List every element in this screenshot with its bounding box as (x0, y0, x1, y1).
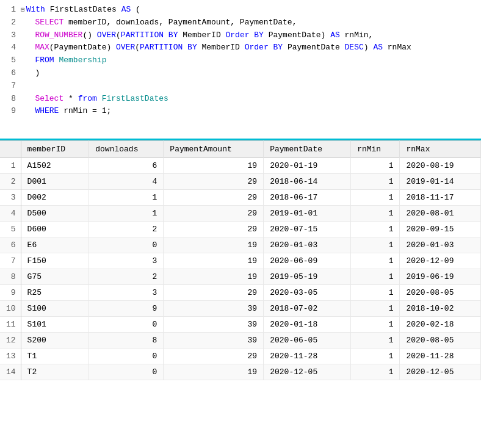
cell-paymentamount: 19 (164, 364, 264, 380)
cell-paymentamount: 39 (164, 301, 264, 317)
table-row: 5 D600 2 29 2020-07-15 1 2020-09-15 (0, 222, 481, 237)
cell-memberid: G75 (21, 269, 89, 285)
cell-rnmin: 1 (351, 301, 400, 317)
cell-rownum: 1 (0, 158, 21, 174)
table-row: 6 E6 0 19 2020-01-03 1 2020-01-03 (0, 237, 481, 253)
cell-downloads: 0 (89, 349, 164, 364)
cell-downloads: 3 (89, 253, 164, 269)
code-line-2: 2 SELECT memberID, downloads, PaymentAmo… (0, 16, 481, 29)
cell-rnmax: 2020-11-28 (400, 349, 481, 364)
col-header-rnmin: rnMin (351, 141, 400, 158)
cell-rnmin: 1 (351, 285, 400, 301)
cell-memberid: A1502 (21, 158, 89, 174)
table-row: 14 T2 0 19 2020-12-05 1 2020-12-05 (0, 364, 481, 380)
cell-paymentamount: 19 (164, 269, 264, 285)
cell-paymentamount: 19 (164, 158, 264, 174)
cell-paymentdate: 2018-06-14 (264, 174, 351, 190)
cell-rnmin: 1 (351, 158, 400, 174)
cell-memberid: T1 (21, 349, 89, 364)
cell-paymentamount: 19 (164, 237, 264, 253)
cell-downloads: 6 (89, 158, 164, 174)
col-header-downloads: downloads (89, 141, 164, 158)
cell-paymentdate: 2019-05-19 (264, 269, 351, 285)
cell-downloads: 4 (89, 174, 164, 190)
cell-downloads: 1 (89, 190, 164, 206)
table-row: 7 F150 3 19 2020-06-09 1 2020-12-09 (0, 253, 481, 269)
cell-downloads: 0 (89, 237, 164, 253)
code-line-4: 4 MAX(PaymentDate) OVER(PARTITION BY Mem… (0, 42, 481, 54)
cell-rownum: 10 (0, 301, 21, 317)
table-row: 11 S101 0 39 2020-01-18 1 2020-02-18 (0, 317, 481, 333)
cell-paymentdate: 2019-01-01 (264, 206, 351, 222)
cell-paymentdate: 2020-06-05 (264, 333, 351, 349)
code-line-3: 3 ROW_NUMBER() OVER(PARTITION BY MemberI… (0, 29, 481, 42)
cell-downloads: 0 (89, 317, 164, 333)
cell-rnmax: 2020-09-15 (400, 222, 481, 237)
cell-memberid: D500 (21, 206, 89, 222)
cell-rownum: 9 (0, 285, 21, 301)
cell-rownum: 3 (0, 190, 21, 206)
cell-downloads: 2 (89, 269, 164, 285)
cell-rnmax: 2020-12-09 (400, 253, 481, 269)
table-row: 10 S100 9 39 2018-07-02 1 2018-10-02 (0, 301, 481, 317)
sql-editor[interactable]: 1 ⊟With FirstLastDates AS ( 2 SELECT mem… (0, 0, 481, 140)
cell-rownum: 7 (0, 253, 21, 269)
cell-paymentamount: 29 (164, 285, 264, 301)
cell-memberid: R25 (21, 285, 89, 301)
cell-paymentdate: 2020-01-19 (264, 158, 351, 174)
cell-rnmax: 2019-06-19 (400, 269, 481, 285)
cell-memberid: D001 (21, 174, 89, 190)
cell-paymentdate: 2018-06-17 (264, 190, 351, 206)
col-header-rnmax: rnMax (400, 141, 481, 158)
col-header-paymentamount: PaymentAmount (164, 141, 264, 158)
cell-paymentdate: 2020-01-18 (264, 317, 351, 333)
code-line-7: 7 (0, 80, 481, 93)
cell-memberid: E6 (21, 237, 89, 253)
cell-paymentamount: 19 (164, 253, 264, 269)
table-row: 8 G75 2 19 2019-05-19 1 2019-06-19 (0, 269, 481, 285)
cell-rnmax: 2020-08-01 (400, 206, 481, 222)
cell-paymentdate: 2018-07-02 (264, 301, 351, 317)
table-row: 4 D500 1 29 2019-01-01 1 2020-08-01 (0, 206, 481, 222)
cell-rownum: 12 (0, 333, 21, 349)
cell-downloads: 3 (89, 285, 164, 301)
cell-rownum: 8 (0, 269, 21, 285)
table-row: 3 D002 1 29 2018-06-17 1 2018-11-17 (0, 190, 481, 206)
cell-rnmin: 1 (351, 237, 400, 253)
cell-rnmax: 2020-08-19 (400, 158, 481, 174)
code-line-8: 8 Select * from FirstLastDates (0, 93, 481, 106)
cell-paymentamount: 29 (164, 190, 264, 206)
cell-rownum: 5 (0, 222, 21, 237)
cell-downloads: 2 (89, 222, 164, 237)
cell-rnmin: 1 (351, 364, 400, 380)
cell-rnmax: 2018-11-17 (400, 190, 481, 206)
cell-rnmin: 1 (351, 317, 400, 333)
code-line-1: 1 ⊟With FirstLastDates AS ( (0, 4, 481, 16)
cell-rnmax: 2018-10-02 (400, 301, 481, 317)
table-header-row: memberID downloads PaymentAmount Payment… (0, 141, 481, 158)
cell-paymentdate: 2020-07-15 (264, 222, 351, 237)
cell-memberid: S101 (21, 317, 89, 333)
cell-rownum: 2 (0, 174, 21, 190)
cell-memberid: S200 (21, 333, 89, 349)
cell-rnmin: 1 (351, 253, 400, 269)
cell-rnmax: 2020-02-18 (400, 317, 481, 333)
table-row: 13 T1 0 29 2020-11-28 1 2020-11-28 (0, 349, 481, 364)
col-header-rownum (0, 141, 21, 158)
cell-paymentamount: 39 (164, 317, 264, 333)
cell-downloads: 1 (89, 206, 164, 222)
cell-downloads: 0 (89, 364, 164, 380)
cell-rnmax: 2020-08-05 (400, 285, 481, 301)
cell-rnmin: 1 (351, 222, 400, 237)
cell-paymentamount: 29 (164, 206, 264, 222)
cell-memberid: D600 (21, 222, 89, 237)
cell-paymentamount: 29 (164, 349, 264, 364)
cell-rownum: 6 (0, 237, 21, 253)
cell-memberid: D002 (21, 190, 89, 206)
col-header-paymentdate: PaymentDate (264, 141, 351, 158)
cell-paymentdate: 2020-11-28 (264, 349, 351, 364)
cell-paymentamount: 39 (164, 333, 264, 349)
cell-rnmin: 1 (351, 190, 400, 206)
cell-rnmin: 1 (351, 269, 400, 285)
cell-rownum: 11 (0, 317, 21, 333)
